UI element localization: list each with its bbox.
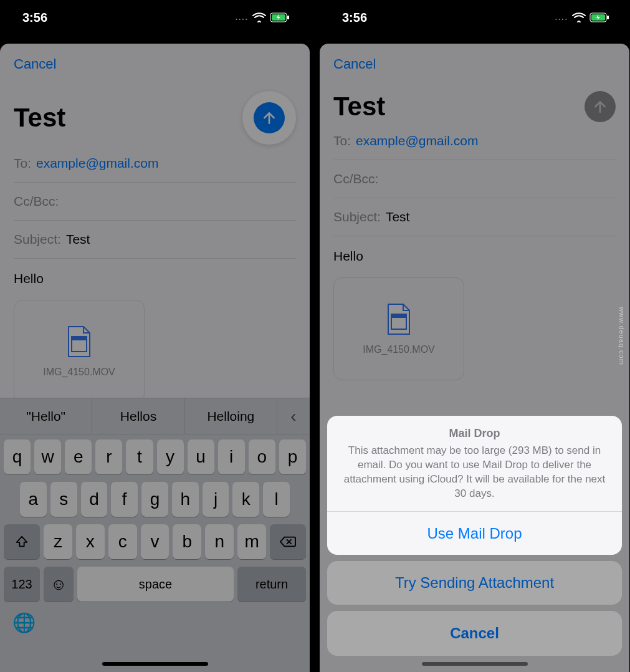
key-i[interactable]: i — [218, 439, 245, 474]
compose-title: Test — [333, 92, 385, 122]
svg-rect-2 — [287, 16, 289, 19]
key-o[interactable]: o — [249, 439, 275, 474]
try-sending-button[interactable]: Try Sending Attachment — [327, 561, 622, 605]
key-g[interactable]: g — [141, 482, 168, 517]
maildrop-group: Mail Drop This attachment may be too lar… — [327, 416, 622, 555]
key-m[interactable]: m — [237, 524, 266, 559]
key-h[interactable]: h — [172, 482, 199, 517]
ccbcc-field[interactable]: Cc/Bcc: — [333, 160, 616, 198]
key-j[interactable]: j — [203, 482, 229, 517]
attachment-name: IMG_4150.MOV — [43, 367, 115, 378]
send-button — [585, 91, 616, 122]
wifi-icon — [252, 12, 266, 22]
status-bar: 3:56 .... — [0, 0, 310, 35]
key-x[interactable]: x — [76, 524, 105, 559]
to-field[interactable]: To: example@gmail.com — [333, 122, 616, 160]
video-file-icon — [66, 325, 92, 358]
try-group: Try Sending Attachment — [327, 561, 622, 605]
battery-charging-icon — [589, 12, 609, 22]
key-f[interactable]: f — [111, 482, 138, 517]
globe-icon[interactable]: 🌐 — [12, 612, 36, 633]
status-time: 3:56 — [342, 11, 367, 25]
cellular-dots-icon: .... — [555, 13, 568, 22]
home-indicator[interactable] — [102, 662, 208, 666]
key-row-3: z x c v b n m — [4, 524, 306, 559]
return-key[interactable]: return — [237, 567, 306, 602]
subject-label: Subject: — [333, 209, 381, 224]
send-highlight-circle — [242, 91, 296, 145]
use-mail-drop-button[interactable]: Use Mail Drop — [327, 511, 622, 555]
key-b[interactable]: b — [173, 524, 201, 559]
key-y[interactable]: y — [157, 439, 184, 474]
key-d[interactable]: d — [81, 482, 108, 517]
wifi-icon — [572, 12, 586, 22]
cellular-dots-icon: .... — [236, 13, 249, 22]
keyboard: "Hello" Hellos Helloing ‹ q w e r t y u … — [0, 398, 310, 672]
space-key[interactable]: space — [77, 567, 234, 602]
maildrop-cancel-button[interactable]: Cancel — [327, 611, 622, 656]
to-field[interactable]: To: example@gmail.com — [14, 145, 296, 183]
subject-field[interactable]: Subject: Test — [333, 198, 616, 236]
svg-rect-7 — [607, 16, 609, 19]
arrow-up-icon — [592, 98, 608, 115]
key-s[interactable]: s — [50, 482, 77, 517]
backspace-icon — [280, 535, 296, 548]
suggestion-bar: "Hello" Hellos Helloing ‹ — [0, 398, 310, 434]
send-button[interactable] — [254, 102, 285, 133]
to-value: example@gmail.com — [356, 133, 478, 148]
cancel-button[interactable]: Cancel — [14, 56, 296, 72]
suggestion-3[interactable]: Helloing — [185, 398, 277, 434]
ccbcc-label: Cc/Bcc: — [333, 171, 378, 186]
key-c[interactable]: c — [108, 524, 137, 559]
cancel-button[interactable]: Cancel — [333, 56, 616, 72]
key-u[interactable]: u — [188, 439, 214, 474]
action-sheet: Mail Drop This attachment may be too lar… — [327, 416, 622, 656]
key-a[interactable]: a — [20, 482, 47, 517]
subject-value: Test — [66, 232, 90, 247]
key-n[interactable]: n — [205, 524, 234, 559]
attachment-tile[interactable]: IMG_4150.MOV — [14, 300, 145, 403]
key-v[interactable]: v — [141, 524, 169, 559]
key-q[interactable]: q — [4, 439, 31, 474]
battery-charging-icon — [270, 12, 290, 22]
key-k[interactable]: k — [232, 482, 259, 517]
ccbcc-label: Cc/Bcc: — [14, 194, 59, 209]
attachment-name: IMG_4150.MOV — [363, 344, 435, 355]
backspace-key[interactable] — [270, 524, 306, 559]
numbers-key[interactable]: 123 — [4, 567, 40, 602]
attachment-tile[interactable]: IMG_4150.MOV — [333, 277, 464, 380]
ccbcc-field[interactable]: Cc/Bcc: — [14, 183, 296, 221]
shift-icon — [15, 535, 29, 549]
to-value: example@gmail.com — [36, 156, 158, 171]
watermark: www.deuaq.com — [618, 307, 626, 365]
body-text[interactable]: Hello — [14, 259, 296, 294]
key-l[interactable]: l — [263, 482, 290, 517]
key-t[interactable]: t — [126, 439, 153, 474]
arrow-up-icon — [261, 110, 277, 126]
video-file-icon — [386, 303, 412, 335]
body-text[interactable]: Hello — [333, 236, 616, 271]
suggestion-collapse[interactable]: ‹ — [277, 398, 310, 434]
key-row-4: 123 ☺ space return — [4, 567, 306, 602]
status-time: 3:56 — [22, 11, 47, 25]
key-row-1: q w e r t y u i o p — [4, 439, 306, 474]
phone-left: 3:56 .... Cancel Test To: example@gmail.… — [0, 0, 310, 672]
status-bar: 3:56 .... — [320, 0, 629, 35]
to-label: To: — [14, 156, 31, 171]
emoji-key[interactable]: ☺ — [44, 567, 74, 602]
key-row-2: a s d f g h j k l — [4, 482, 306, 517]
subject-field[interactable]: Subject: Test — [14, 221, 296, 259]
maildrop-title: Mail Drop — [341, 427, 608, 440]
subject-label: Subject: — [14, 232, 61, 247]
maildrop-desc: This attachment may be too large (293 MB… — [341, 444, 608, 501]
home-indicator[interactable] — [422, 662, 528, 666]
compose-sheet: Cancel Test To: example@gmail.com Cc/Bcc… — [0, 44, 310, 672]
key-p[interactable]: p — [279, 439, 306, 474]
key-e[interactable]: e — [65, 439, 92, 474]
suggestion-1[interactable]: "Hello" — [0, 398, 92, 434]
shift-key[interactable] — [4, 524, 40, 559]
key-r[interactable]: r — [95, 439, 122, 474]
suggestion-2[interactable]: Hellos — [92, 398, 184, 434]
key-z[interactable]: z — [44, 524, 72, 559]
key-w[interactable]: w — [34, 439, 61, 474]
